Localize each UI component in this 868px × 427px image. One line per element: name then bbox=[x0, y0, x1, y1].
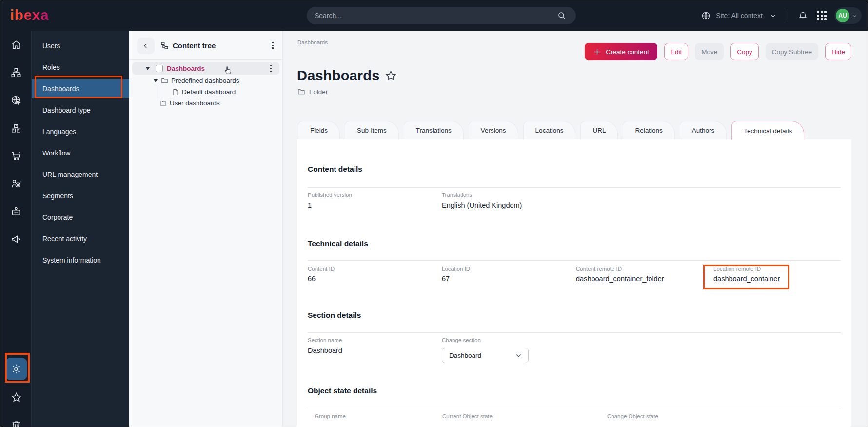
tree-node-label[interactable]: Default dashboard bbox=[182, 88, 236, 96]
move-button[interactable]: Move bbox=[695, 43, 724, 60]
topbar-divider bbox=[788, 9, 788, 22]
field-value: dashboard_container bbox=[713, 275, 841, 283]
column-current-object-state: Current Object state bbox=[442, 413, 607, 419]
tab-authors[interactable]: Authors bbox=[680, 121, 727, 139]
tree-node-label[interactable]: Dashboards bbox=[167, 65, 205, 72]
content-tree-panel: Content tree Dashboards Predefined dashb… bbox=[129, 31, 283, 427]
tab-locations[interactable]: Locations bbox=[523, 121, 576, 139]
chevron-down-icon bbox=[515, 352, 522, 359]
content-details-heading: Content details bbox=[308, 165, 362, 174]
tab-relations[interactable]: Relations bbox=[623, 121, 674, 139]
ibexa-logo[interactable]: ibexa bbox=[10, 7, 49, 23]
packages-icon[interactable] bbox=[0, 114, 32, 142]
folder-icon bbox=[161, 77, 168, 84]
tab-versions[interactable]: Versions bbox=[469, 121, 518, 139]
gear-icon bbox=[10, 363, 22, 375]
content-type-label: Folder bbox=[309, 88, 328, 96]
caret-down-icon[interactable] bbox=[154, 79, 158, 82]
user-menu[interactable]: AU bbox=[834, 7, 862, 24]
chevron-down-icon bbox=[767, 9, 779, 22]
copy-button[interactable]: Copy bbox=[730, 43, 759, 60]
field-label: Content ID bbox=[308, 266, 442, 272]
sidebar-item-corporate[interactable]: Corporate bbox=[32, 208, 129, 227]
home-icon[interactable] bbox=[0, 31, 32, 58]
sitemap-icon[interactable] bbox=[0, 58, 32, 86]
collapse-tree-button[interactable] bbox=[137, 38, 155, 54]
caret-down-icon[interactable] bbox=[146, 67, 150, 70]
section-divider bbox=[308, 409, 841, 409]
sidebar-item-segments[interactable]: Segments bbox=[32, 187, 129, 205]
target-person-icon[interactable] bbox=[0, 170, 32, 197]
globe-pointer-icon[interactable] bbox=[0, 86, 32, 114]
node-options-kebab-icon[interactable] bbox=[267, 65, 275, 72]
technical-details-panel: Content details Published version 1 Tran… bbox=[297, 139, 851, 427]
section-details-heading: Section details bbox=[308, 311, 361, 320]
sidebar-item-url-management[interactable]: URL management bbox=[32, 165, 129, 184]
global-search[interactable] bbox=[307, 7, 576, 24]
tab-technical-details[interactable]: Technical details bbox=[731, 121, 804, 140]
sidebar-item-dashboards[interactable]: Dashboards bbox=[32, 79, 129, 98]
bookmarks-star-icon[interactable] bbox=[0, 389, 32, 406]
field-value: 66 bbox=[308, 275, 442, 283]
admin-settings-tile[interactable] bbox=[5, 358, 27, 380]
search-icon[interactable] bbox=[555, 9, 568, 22]
app-switcher-grid-icon[interactable] bbox=[815, 9, 828, 22]
selected-option-label: Dashboard bbox=[449, 352, 481, 359]
field-label: Location remote ID bbox=[713, 266, 841, 272]
tab-fields[interactable]: Fields bbox=[298, 121, 340, 139]
sidebar-item-users[interactable]: Users bbox=[32, 37, 129, 55]
trash-icon[interactable] bbox=[0, 417, 32, 427]
cart-icon[interactable] bbox=[0, 142, 32, 170]
create-content-button[interactable]: Create content bbox=[585, 43, 657, 60]
tree-node-label[interactable]: Predefined dashboards bbox=[171, 77, 239, 84]
hide-button[interactable]: Hide bbox=[825, 43, 851, 60]
tab-sub-items[interactable]: Sub-items bbox=[345, 121, 399, 139]
tree-options-kebab-icon[interactable] bbox=[269, 42, 276, 49]
section-divider bbox=[308, 332, 841, 333]
field-label: Published version bbox=[308, 192, 442, 198]
tree-node-checkbox[interactable] bbox=[156, 65, 163, 72]
breadcrumb[interactable]: Dashboards bbox=[297, 39, 328, 45]
file-icon bbox=[172, 89, 179, 96]
tab-translations[interactable]: Translations bbox=[404, 121, 464, 139]
tree-node-user-dashboards[interactable]: User dashboards bbox=[129, 97, 282, 109]
field-translations: Translations English (United Kingdom) bbox=[442, 192, 576, 209]
change-section-select[interactable]: Dashboard bbox=[442, 348, 529, 363]
field-content-id: Content ID 66 bbox=[308, 266, 442, 283]
sidebar-item-workflow[interactable]: Workflow bbox=[32, 144, 129, 162]
content-tree-header: Content tree bbox=[129, 31, 282, 60]
tab-url[interactable]: URL bbox=[580, 121, 618, 139]
site-context-switcher[interactable]: Site: All context bbox=[699, 9, 779, 22]
content-tree-title: Content tree bbox=[173, 41, 216, 50]
globe-icon bbox=[699, 9, 712, 22]
avatar[interactable]: AU bbox=[836, 9, 849, 22]
notifications-bell-icon[interactable] bbox=[796, 9, 809, 22]
folder-icon bbox=[297, 88, 305, 96]
tree-guide-line bbox=[158, 85, 158, 98]
copy-subtree-button[interactable]: Copy Subtree bbox=[766, 43, 819, 60]
field-section-name: Section name Dashboard bbox=[308, 337, 442, 363]
column-group-name: Group name bbox=[315, 413, 442, 419]
megaphone-icon[interactable] bbox=[0, 225, 32, 253]
tree-node-dashboards[interactable]: Dashboards bbox=[132, 62, 279, 75]
sidebar-item-roles[interactable]: Roles bbox=[32, 58, 129, 77]
bookmark-star-icon[interactable] bbox=[385, 70, 397, 82]
plus-icon bbox=[593, 48, 601, 56]
sidebar-item-system-information[interactable]: System information bbox=[32, 251, 129, 270]
id-badge-icon[interactable] bbox=[0, 197, 32, 225]
top-bar: ibexa Site: All context bbox=[0, 0, 868, 31]
field-value: Dashboard bbox=[308, 347, 442, 354]
ibexa-admin-app: ibexa Site: All context bbox=[0, 0, 868, 427]
field-value: English (United Kingdom) bbox=[442, 201, 576, 209]
field-location-id: Location ID 67 bbox=[442, 266, 576, 283]
tree-node-label[interactable]: User dashboards bbox=[170, 99, 220, 107]
tree-node-default-dashboard[interactable]: Default dashboard bbox=[129, 86, 282, 97]
sidebar-item-recent-activity[interactable]: Recent activity bbox=[32, 230, 129, 248]
sidebar-item-languages[interactable]: Languages bbox=[32, 122, 129, 141]
tree-node-predefined-dashboards[interactable]: Predefined dashboards bbox=[129, 75, 282, 86]
field-label: Section name bbox=[308, 337, 442, 343]
edit-button[interactable]: Edit bbox=[664, 43, 688, 60]
sidebar-item-dashboard-type[interactable]: Dashboard type bbox=[32, 101, 129, 119]
field-change-section: Change section Dashboard bbox=[442, 337, 576, 363]
search-input[interactable] bbox=[315, 12, 555, 19]
